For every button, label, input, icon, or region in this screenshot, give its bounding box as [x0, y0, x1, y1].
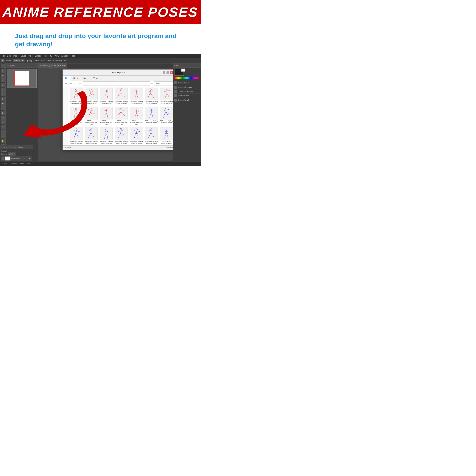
ps-menu-image[interactable]: Image — [13, 55, 19, 57]
ps-dodge-tool[interactable]: ○ — [1, 120, 5, 124]
file-item[interactable]: 30 2 anime fighting poses girl female — [159, 106, 173, 126]
file-item[interactable]: 27 7 anime fighting poses boy male — [129, 87, 144, 105]
file-item[interactable]: 27 14 anime fighting poses boy male — [129, 106, 144, 126]
svg-line-79 — [105, 115, 105, 118]
file-item[interactable]: 27 10 anime fighting poses boy male — [69, 106, 84, 126]
svg-line-63 — [74, 115, 75, 118]
svg-line-36 — [136, 91, 139, 92]
svg-line-52 — [167, 90, 170, 91]
ps-menu-window[interactable]: Window — [61, 55, 68, 57]
file-item[interactable]: 27 4 anime fighting poses male boy — [84, 87, 99, 105]
fe-address-input[interactable] — [83, 81, 150, 85]
ps-crop-tool[interactable]: ⊞ — [1, 78, 5, 82]
ps-mode-dropdown[interactable]: Normal — [13, 59, 24, 62]
fe-refresh-btn[interactable]: ⟳ — [151, 82, 153, 85]
svg-line-110 — [166, 112, 168, 115]
ps-select-tool[interactable]: ⬚ — [1, 69, 5, 73]
svg-line-91 — [134, 110, 136, 111]
ps-menu-view[interactable]: View — [54, 55, 59, 57]
ps-canvas-area: File Explorer ─ □ × File Home Share View — [38, 68, 173, 161]
ps-eyedropper-tool[interactable]: ⊿ — [1, 83, 5, 87]
file-item[interactable]: 27 12 anime fighting poses boy male — [99, 106, 114, 126]
file-item[interactable]: 27 6 anime fighting poses boy male — [114, 87, 129, 105]
svg-line-50 — [167, 90, 167, 93]
ps-eraser-tool[interactable]: ◻ — [1, 106, 5, 110]
svg-point-0 — [2, 60, 3, 61]
fe-tab-file[interactable]: File — [63, 76, 71, 81]
ps-layer-eye-icon[interactable]: 👁 — [2, 157, 4, 160]
ps-menu-edit[interactable]: Edit — [7, 55, 11, 57]
svg-point-49 — [167, 89, 168, 90]
ps-lasso-tool[interactable]: ⌘ — [1, 74, 5, 78]
ps-layers-tab[interactable]: Layers — [1, 146, 7, 148]
ps-menu-file[interactable]: File — [1, 55, 5, 57]
ps-menu-type[interactable]: Type — [28, 55, 33, 57]
file-item[interactable]: 27 13 anime fighting poses boy male — [114, 106, 129, 126]
fe-minimize-btn[interactable]: ─ — [163, 71, 165, 74]
file-item[interactable]: 30 7 anime fighting poses girl female — [114, 127, 129, 145]
ps-menu-help[interactable]: Help — [71, 55, 75, 57]
file-item[interactable]: 27 5 anime fighting poses boy male — [99, 87, 114, 105]
svg-line-39 — [135, 97, 135, 99]
ps-layer-background[interactable]: 👁 Background 🔒 — [1, 156, 32, 161]
fe-forward-btn[interactable]: → — [69, 82, 73, 85]
fe-maximize-btn[interactable]: □ — [167, 71, 169, 74]
ps-heal-tool[interactable]: ⊕ — [1, 87, 5, 92]
file-label: 30 10 anime fighting poses girl female — [160, 141, 173, 145]
file-item[interactable]: 27 11 anime fighting poses boy male — [84, 106, 99, 126]
ps-drawer-pencil[interactable]: Drawer: Pencil — [173, 98, 201, 102]
file-item[interactable]: 27 3 anime fighting poses male boy — [69, 87, 84, 105]
file-item[interactable]: 30 8 anime fighting poses girl female — [129, 127, 144, 145]
file-item[interactable]: 30 5 anime fighting poses girl female — [84, 127, 99, 145]
file-thumbnail — [100, 127, 113, 140]
fe-tab-home[interactable]: Home — [71, 76, 81, 81]
ps-clone-tool[interactable]: ⊗ — [1, 97, 5, 101]
fe-up-btn[interactable]: ↑ — [74, 82, 77, 85]
file-item[interactable]: 30 10 anime fighting poses girl female — [159, 127, 173, 145]
ps-blur-tool[interactable]: ◎ — [1, 116, 5, 120]
svg-point-1 — [75, 89, 77, 90]
fe-close-btn[interactable]: × — [170, 71, 173, 74]
svg-line-108 — [166, 109, 169, 110]
ps-drawer-giz-ink[interactable]: Drawer: Giz Ink — [173, 81, 201, 85]
ps-menu-layer[interactable]: Layer — [21, 55, 26, 57]
fe-back-btn[interactable]: ← — [64, 82, 68, 85]
fe-sidebar — [63, 86, 68, 145]
file-item[interactable]: 30 6 anime fighting poses girl female — [99, 127, 114, 145]
ps-paths-tab[interactable]: Paths — [18, 146, 23, 148]
file-label: 27 7 anime fighting poses boy male — [130, 101, 143, 104]
fe-tab-view[interactable]: View — [91, 76, 100, 81]
ps-type-tool[interactable]: T — [1, 130, 5, 134]
ps-channels-tab[interactable]: Channels — [9, 146, 17, 148]
svg-line-111 — [164, 115, 164, 118]
ps-shape-tool[interactable]: △ — [1, 134, 5, 138]
ps-layer-mode-row: Normal — [1, 150, 32, 152]
svg-line-16 — [92, 94, 95, 95]
file-item[interactable]: 30 9 anime fighting poses girl female — [144, 127, 159, 145]
file-item[interactable]: 30 4 anime fighting poses girl female — [69, 127, 84, 145]
ps-menu-select[interactable]: Select — [35, 55, 41, 57]
ps-layer-opacity-input[interactable] — [8, 153, 16, 155]
ps-history-tool[interactable]: ⟲ — [1, 102, 5, 106]
ps-brush-tool[interactable]: ✎ — [1, 92, 5, 96]
ps-hand-tool[interactable]: ✋ — [1, 139, 5, 143]
fe-search-input[interactable] — [154, 81, 173, 85]
ps-gradient-tool[interactable]: ▣ — [1, 111, 5, 115]
ps-menu-3d[interactable]: 3D — [50, 55, 52, 57]
ps-drawer-giz-mando[interactable]: Drawer: Giz Mando — [173, 85, 201, 89]
ps-menu-filter[interactable]: Filter — [43, 55, 47, 57]
ps-layer-lock-icon: 🔒 — [29, 157, 31, 159]
file-item[interactable]: 27 9 anime fighting poses boy male — [159, 87, 173, 105]
ps-color-swatch[interactable] — [174, 69, 184, 76]
ps-move-tool[interactable]: ↖ — [1, 64, 5, 68]
file-item[interactable]: 27 8 anime fighting poses boy male — [144, 87, 159, 105]
fe-tab-share[interactable]: Share — [81, 76, 91, 81]
ps-document-tab[interactable]: Untitled-1 @ 72.4% (RGB/8#) — [38, 64, 67, 68]
ps-drawer-ink-ribbon[interactable]: Drawer: Ink (Ribbon) — [173, 89, 201, 94]
ps-drawer-marker[interactable]: Drawer: Marker — [173, 94, 201, 98]
svg-point-129 — [105, 129, 107, 130]
ps-pen-tool[interactable]: ✒ — [1, 125, 5, 129]
photoshop-screenshot: File Edit Image Layer Type Select Filter… — [0, 54, 201, 166]
svg-line-143 — [118, 136, 119, 138]
file-item[interactable]: 30 1 anime fighting poses girl female — [144, 106, 159, 126]
